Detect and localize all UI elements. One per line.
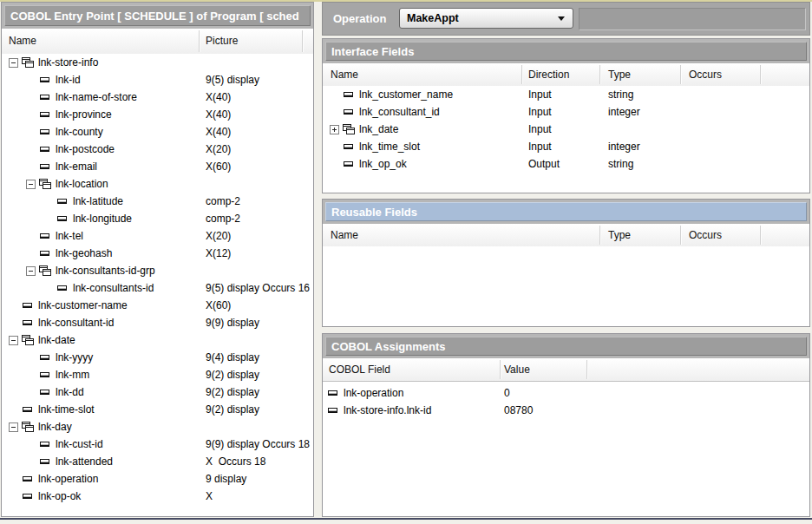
field-picture: X <box>206 488 213 505</box>
column-divider[interactable] <box>500 360 501 379</box>
cobol-entry-point-panel: COBOL Entry Point [ SCHEDULE ] of Progra… <box>1 2 314 517</box>
column-divider[interactable] <box>680 65 682 84</box>
field-picture: X(40) <box>206 88 231 106</box>
column-divider[interactable] <box>760 65 762 84</box>
toolbar-well <box>579 8 806 30</box>
field-name: lnk-longitude <box>73 210 132 227</box>
elementary-field-icon <box>344 91 354 98</box>
tree-row[interactable]: lnk-attended X Occurs 18 <box>2 453 313 470</box>
tree-expander-icon[interactable] <box>330 125 339 134</box>
assignment-cobol-field: lnk-operation <box>344 384 403 402</box>
interface-field-row[interactable]: lnk_customer_name Input string <box>323 86 809 103</box>
interface-field-type: string <box>608 86 633 103</box>
tree-row[interactable]: lnk-consultants-id 9(5) display Occurs 1… <box>2 279 313 297</box>
tree-row[interactable]: lnk-province X(40) <box>2 106 313 123</box>
column-header-name: Name <box>331 63 358 86</box>
interface-field-direction: Input <box>528 121 552 138</box>
field-picture: 9(4) display <box>206 349 259 366</box>
group-field-icon <box>39 179 51 189</box>
tree-expander-icon[interactable] <box>9 336 18 345</box>
group-field-icon <box>39 265 51 276</box>
column-header-name: Name <box>331 224 358 246</box>
elementary-field-icon <box>40 389 50 396</box>
tree-row[interactable]: lnk-mm 9(2) display <box>2 366 313 383</box>
elementary-field-icon <box>40 76 50 83</box>
interface-title-frame: Interface Fields <box>323 39 809 63</box>
reusable-fields-panel: Reusable Fields Name Type Occurs <box>322 199 810 327</box>
column-header-direction: Direction <box>528 63 569 86</box>
tree-row[interactable]: lnk-operation 9 display <box>2 470 313 488</box>
assignment-row[interactable]: lnk-store-info.lnk-id 08780 <box>323 402 809 419</box>
field-picture: X(40) <box>206 123 231 141</box>
tree-row[interactable]: lnk-date <box>2 331 313 349</box>
interface-fields-list: lnk_customer_name Input string lnk_consu… <box>323 86 809 192</box>
tree-row[interactable]: lnk-id 9(5) display <box>2 71 313 88</box>
column-header-occurs: Occurs <box>689 63 722 86</box>
interface-field-row[interactable]: lnk_date Input <box>323 121 809 138</box>
operation-dropdown[interactable]: MakeAppt <box>399 8 573 29</box>
field-name: lnk-email <box>56 158 97 175</box>
tree-row[interactable]: lnk-county X(40) <box>2 123 313 141</box>
elementary-field-icon <box>40 163 50 170</box>
tree-row[interactable]: lnk-op-ok X <box>2 488 313 505</box>
column-header-occurs: Occurs <box>689 224 722 246</box>
tree-row[interactable]: lnk-postcode X(20) <box>2 141 313 158</box>
reusable-fields-title: Reusable Fields <box>331 206 417 219</box>
column-divider[interactable] <box>302 30 304 52</box>
interface-field-row[interactable]: lnk_op_ok Output string <box>323 155 809 173</box>
assignments-list: lnk-operation 0 lnk-store-info.lnk-id 08… <box>323 384 809 515</box>
interface-field-name: lnk_op_ok <box>359 155 407 173</box>
tree-row[interactable]: lnk-tel X(20) <box>2 227 313 245</box>
column-header-type: Type <box>608 224 631 246</box>
elementary-field-icon <box>40 354 50 361</box>
elementary-field-icon <box>40 371 50 378</box>
field-picture: 9(2) display <box>206 366 259 383</box>
tree-row[interactable]: lnk-consultant-id 9(9) display <box>2 314 313 331</box>
column-divider[interactable] <box>599 226 601 245</box>
column-divider[interactable] <box>760 226 762 245</box>
field-name: lnk-name-of-store <box>56 88 137 106</box>
tree-expander-icon[interactable] <box>9 422 18 432</box>
tree-row[interactable]: lnk-store-info <box>2 54 313 71</box>
tree-row[interactable]: lnk-customer-name X(60) <box>2 297 313 314</box>
field-name: lnk-province <box>56 106 112 123</box>
elementary-field-icon <box>57 198 68 205</box>
tree-expander-icon[interactable] <box>26 180 36 189</box>
tree-row[interactable]: lnk-consultants-id-grp <box>2 262 313 279</box>
assignment-row[interactable]: lnk-operation 0 <box>323 384 809 402</box>
interface-field-row[interactable]: lnk_consultant_id Input integer <box>323 103 809 121</box>
tree-row[interactable]: lnk-dd 9(2) display <box>2 383 313 401</box>
interface-field-row[interactable]: lnk_time_slot Input integer <box>323 138 809 155</box>
tree-row[interactable]: lnk-time-slot 9(2) display <box>2 401 313 418</box>
tree-row[interactable]: lnk-day <box>2 418 313 436</box>
tree-row[interactable]: lnk-name-of-store X(40) <box>2 88 313 106</box>
column-divider[interactable] <box>521 65 523 84</box>
field-picture: comp-2 <box>206 210 240 227</box>
tree-row[interactable]: lnk-email X(60) <box>2 158 313 175</box>
column-divider[interactable] <box>599 65 601 84</box>
tree-row[interactable]: lnk-longitude comp-2 <box>2 210 313 227</box>
column-divider[interactable] <box>586 360 588 379</box>
field-picture: 9(2) display <box>206 383 259 401</box>
elementary-field-icon <box>40 250 50 257</box>
elementary-field-icon <box>40 233 50 239</box>
tree-row[interactable]: lnk-location <box>2 175 313 193</box>
field-name: lnk-postcode <box>56 141 115 158</box>
column-divider[interactable] <box>199 30 200 52</box>
field-name: lnk-attended <box>56 453 113 470</box>
column-header-name: Name <box>9 29 36 54</box>
field-picture: 9 display <box>206 470 246 488</box>
column-divider[interactable] <box>680 226 682 245</box>
tree-expander-icon[interactable] <box>26 266 36 276</box>
tree-row[interactable]: lnk-cust-id 9(9) display Occurs 18 <box>2 436 313 453</box>
field-name: lnk-op-ok <box>38 488 81 505</box>
elementary-field-icon <box>328 407 338 414</box>
elementary-field-icon <box>23 406 33 413</box>
interface-field-type: integer <box>608 138 640 155</box>
tree-row[interactable]: lnk-latitude comp-2 <box>2 193 313 210</box>
tree-expander-icon[interactable] <box>9 58 18 68</box>
tree-row[interactable]: lnk-geohash X(12) <box>2 245 313 262</box>
interface-field-type: integer <box>608 103 640 121</box>
tree-row[interactable]: lnk-yyyy 9(4) display <box>2 349 313 366</box>
field-name: lnk-id <box>56 71 81 88</box>
